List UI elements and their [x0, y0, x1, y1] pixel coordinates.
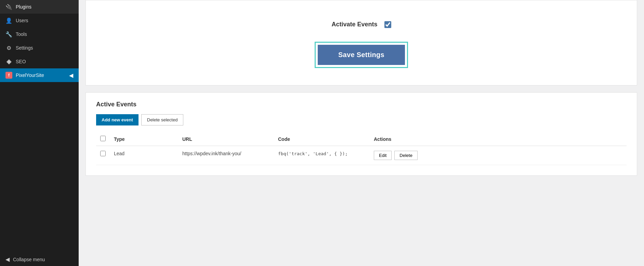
header-code: Code [274, 132, 370, 146]
settings-icon: ⚙ [5, 44, 12, 51]
row-url-value: https://wpdev.ink/thank-you/ [182, 151, 241, 156]
sidebar-item-seo-label: SEO [16, 59, 26, 64]
row-checkbox[interactable] [100, 151, 106, 156]
sidebar-item-users[interactable]: 👤 Users [0, 14, 79, 27]
collapse-icon: ◀ [5, 256, 10, 263]
plugins-icon: 🔌 [5, 3, 12, 10]
edit-button[interactable]: Edit [374, 151, 392, 160]
events-table: Type URL Code Actions [96, 132, 627, 165]
pixelyoursite-icon: f [5, 72, 12, 79]
sidebar-item-seo[interactable]: ◈ SEO [0, 55, 79, 68]
sidebar-item-plugins[interactable]: 🔌 Plugins [0, 0, 79, 14]
row-code-value: fbq('track', 'Lead', { }); [278, 151, 348, 156]
select-all-checkbox[interactable] [100, 136, 106, 141]
delete-selected-button[interactable]: Delete selected [141, 114, 184, 125]
header-type: Type [110, 132, 178, 146]
add-new-event-button[interactable]: Add new event [96, 114, 139, 125]
collapse-menu-item[interactable]: ◀ Collapse menu [0, 253, 79, 266]
header-url: URL [178, 132, 274, 146]
active-events-card: Active Events Add new event Delete selec… [86, 92, 637, 176]
header-checkbox-col [96, 132, 110, 146]
sidebar-item-tools-label: Tools [16, 31, 27, 37]
seo-icon: ◈ [5, 58, 12, 65]
activate-events-checkbox[interactable] [384, 21, 391, 28]
row-type-cell: Lead [110, 146, 178, 165]
sidebar-item-pixelyoursite-label: PixelYourSite [16, 72, 44, 78]
main-content: Activate Events Save Settings Active Eve… [79, 0, 644, 266]
activate-events-checkbox-wrapper [384, 21, 391, 28]
sidebar-item-settings-label: Settings [16, 45, 33, 51]
activate-events-section: Activate Events [100, 11, 623, 42]
table-row: Lead https://wpdev.ink/thank-you/ fbq('t… [96, 146, 627, 165]
save-settings-outer-border: Save Settings [315, 42, 408, 68]
delete-row-button[interactable]: Delete [394, 151, 418, 160]
activate-events-label: Activate Events [331, 21, 377, 28]
row-url-cell: https://wpdev.ink/thank-you/ [178, 146, 274, 165]
sidebar-item-plugins-label: Plugins [16, 4, 31, 10]
header-actions: Actions [370, 132, 627, 146]
events-table-body: Lead https://wpdev.ink/thank-you/ fbq('t… [96, 146, 627, 165]
save-settings-button[interactable]: Save Settings [318, 45, 405, 65]
sidebar-item-tools[interactable]: 🔧 Tools [0, 27, 79, 41]
sidebar-item-settings[interactable]: ⚙ Settings [0, 41, 79, 55]
row-actions-cell: Edit Delete [370, 146, 627, 165]
events-table-header: Type URL Code Actions [96, 132, 627, 146]
save-settings-wrapper: Save Settings [100, 42, 623, 75]
events-actions: Add new event Delete selected [96, 114, 627, 125]
row-code-cell: fbq('track', 'Lead', { }); [274, 146, 370, 165]
row-type-value: Lead [114, 151, 124, 156]
users-icon: 👤 [5, 17, 12, 24]
sidebar-item-users-label: Users [16, 18, 28, 23]
sidebar: 🔌 Plugins 👤 Users 🔧 Tools ⚙ Settings ◈ S… [0, 0, 79, 266]
collapse-menu-label: Collapse menu [13, 257, 45, 262]
chevron-right-icon: ◀ [69, 72, 73, 79]
row-checkbox-cell [96, 146, 110, 165]
activate-events-card: Activate Events Save Settings [86, 0, 637, 85]
tools-icon: 🔧 [5, 31, 12, 38]
sidebar-item-pixelyoursite[interactable]: f PixelYourSite ◀ [0, 68, 79, 82]
active-events-title: Active Events [96, 101, 627, 108]
